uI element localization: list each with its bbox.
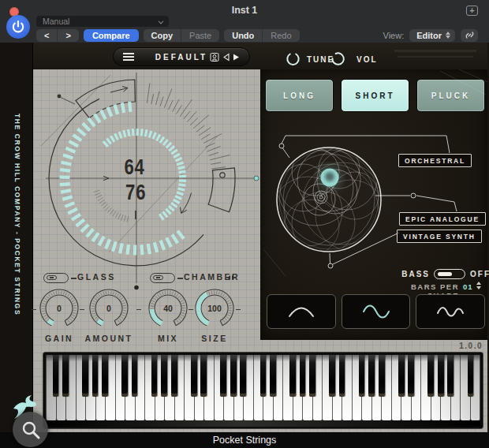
plus-icon[interactable]: + bbox=[466, 6, 478, 16]
piano-key-black[interactable] bbox=[200, 355, 207, 397]
knob-label-gain: GAIN bbox=[34, 334, 84, 343]
glass-toggle[interactable] bbox=[43, 273, 69, 283]
piano-key-black[interactable] bbox=[62, 355, 69, 397]
full-sine-wave bbox=[360, 304, 392, 319]
half-sine-wave bbox=[286, 304, 317, 319]
link-button[interactable] bbox=[461, 29, 478, 42]
bass-toggle-knob bbox=[438, 272, 452, 276]
wave-button-half-sine-wave[interactable] bbox=[267, 294, 336, 329]
piano-key-black[interactable] bbox=[220, 355, 226, 397]
piano-key-black[interactable] bbox=[132, 355, 138, 397]
piano-key-black[interactable] bbox=[300, 355, 306, 397]
style-tag-vintage-synth[interactable]: VINTAGE SYNTH bbox=[397, 230, 482, 243]
piano-keyboard[interactable] bbox=[43, 353, 483, 428]
chamber-arrows[interactable] bbox=[227, 275, 235, 280]
texture-puck[interactable] bbox=[317, 165, 342, 190]
power-button[interactable] bbox=[6, 15, 30, 39]
piano-key-black[interactable] bbox=[121, 355, 128, 397]
tune-knob[interactable] bbox=[286, 51, 300, 66]
bars-per-shape-stepper[interactable] bbox=[476, 282, 481, 289]
style-tag-epic-analogue[interactable]: EPIC ANALOGUE bbox=[399, 212, 486, 226]
wave-button-double-sine-wave[interactable] bbox=[416, 294, 485, 329]
next-preset-button[interactable]: > bbox=[57, 29, 78, 42]
knob-value: 0 bbox=[106, 304, 111, 313]
window-title: Inst 1 bbox=[0, 5, 489, 16]
piano-key-black[interactable] bbox=[260, 355, 267, 397]
plugin-header: DEFAULT TUNE VOL bbox=[33, 43, 487, 69]
piano-key-black[interactable] bbox=[329, 355, 335, 397]
piano-key-black[interactable] bbox=[359, 355, 365, 397]
piano-key-black[interactable] bbox=[398, 355, 405, 397]
piano-key-black[interactable] bbox=[447, 355, 454, 397]
bars-per-shape-value[interactable]: 01 bbox=[463, 282, 473, 291]
knob-label-amount: AMOUNT bbox=[84, 334, 134, 343]
redo-button[interactable]: Redo bbox=[262, 29, 299, 42]
piano-key-black[interactable] bbox=[309, 355, 315, 397]
chevron-down-icon bbox=[159, 19, 164, 24]
piano-key-black[interactable] bbox=[368, 355, 375, 397]
compare-button[interactable]: Compare bbox=[84, 29, 139, 42]
knob-dash bbox=[136, 309, 141, 310]
knob-label-mix: MIX bbox=[143, 334, 193, 343]
piano-key-black[interactable] bbox=[240, 355, 246, 397]
view-label: View: bbox=[383, 31, 405, 40]
piano-key-black[interactable] bbox=[379, 355, 385, 397]
glass-dash bbox=[71, 278, 77, 279]
bass-toggle[interactable] bbox=[434, 269, 465, 279]
keyboard-slot-shadow bbox=[46, 420, 480, 427]
updown-chevrons-icon bbox=[446, 32, 450, 39]
main-dial[interactable]: 64 76 bbox=[33, 69, 260, 292]
piano-key-black[interactable] bbox=[191, 355, 197, 397]
piano-key-black[interactable] bbox=[161, 355, 167, 397]
piano-key-black[interactable] bbox=[270, 355, 276, 397]
piano-key-black[interactable] bbox=[289, 355, 296, 397]
chamber-dash bbox=[177, 278, 183, 279]
knob-value: 0 bbox=[57, 304, 62, 313]
power-icon bbox=[11, 20, 25, 34]
chamber-next-icon bbox=[232, 275, 235, 280]
knob-value: 100 bbox=[207, 304, 222, 313]
knob-value: 40 bbox=[163, 304, 173, 313]
view-selector[interactable]: Editor bbox=[409, 29, 455, 42]
sidebar: THE CROW HILL COMPANY - POCKET STRINGS bbox=[0, 43, 33, 432]
bass-state: OFF bbox=[470, 270, 489, 278]
step-down-icon bbox=[476, 286, 481, 289]
piano-key-black[interactable] bbox=[339, 355, 345, 397]
preset-bar[interactable]: DEFAULT bbox=[113, 47, 250, 66]
piano-key-black[interactable] bbox=[82, 355, 88, 397]
piano-key-black[interactable] bbox=[171, 355, 177, 397]
dial-pin bbox=[58, 95, 62, 99]
knob-mix[interactable]: 40 bbox=[146, 288, 190, 332]
preset-dropdown[interactable]: Manual bbox=[36, 16, 169, 27]
style-tag-orchestral[interactable]: ORCHESTRAL bbox=[398, 154, 472, 167]
prev-preset-button[interactable]: < bbox=[36, 29, 57, 42]
glass-toggle-knob bbox=[47, 275, 57, 280]
knob-size[interactable]: 100 bbox=[192, 288, 237, 332]
undo-button[interactable]: Undo bbox=[224, 29, 262, 42]
knob-amount[interactable]: 0 bbox=[87, 288, 131, 332]
vol-knob[interactable] bbox=[330, 51, 345, 66]
dial-edge-pin bbox=[254, 176, 259, 181]
piano-key-black[interactable] bbox=[151, 355, 158, 397]
piano-key-black[interactable] bbox=[427, 355, 434, 397]
save-icon[interactable] bbox=[210, 52, 219, 62]
piano-key-black[interactable] bbox=[230, 355, 237, 397]
copy-button[interactable]: Copy bbox=[144, 29, 181, 42]
piano-key-black[interactable] bbox=[468, 355, 474, 397]
wave-button-full-sine-wave[interactable] bbox=[342, 294, 411, 329]
piano-key-black[interactable] bbox=[92, 355, 99, 397]
piano-key-black[interactable] bbox=[102, 355, 108, 397]
piano-key-black[interactable] bbox=[438, 355, 444, 397]
double-sine-wave bbox=[435, 304, 466, 319]
host-title-bar: Inst 1 + Manual < > Compare Copy Paste U… bbox=[0, 0, 489, 43]
footer-bar: Pocket Strings bbox=[0, 432, 489, 448]
prev-triangle-icon[interactable] bbox=[222, 53, 230, 62]
paste-button[interactable]: Paste bbox=[181, 29, 219, 42]
plugin-window: Inst 1 + Manual < > Compare Copy Paste U… bbox=[0, 0, 489, 448]
piano-key-black[interactable] bbox=[408, 355, 414, 397]
next-triangle-icon[interactable] bbox=[233, 53, 240, 62]
piano-key-black[interactable] bbox=[53, 355, 59, 397]
chamber-toggle[interactable] bbox=[150, 273, 175, 283]
chamber-prev-icon bbox=[227, 275, 230, 280]
knob-gain[interactable]: 0 bbox=[37, 288, 81, 332]
